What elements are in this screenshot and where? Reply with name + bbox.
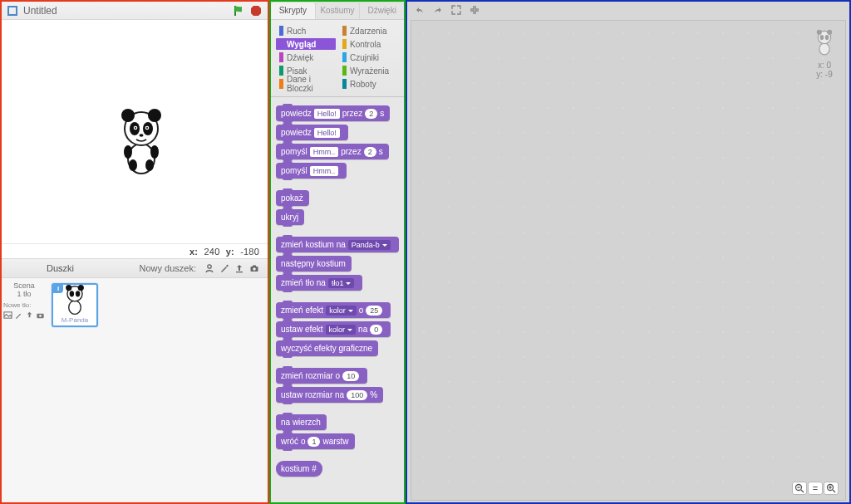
camera-sprite-icon[interactable] [248,262,261,275]
category-wyrażenia[interactable]: Wyrażenia [339,65,399,76]
block[interactable]: następny kostium [276,256,352,272]
tab-kostiumy[interactable]: Kostiumy [316,2,361,19]
block[interactable]: ustaw rozmiar na100% [276,387,383,403]
block[interactable]: wróć o1warstw [276,433,355,449]
block[interactable]: pomyślHmm..przez2s [276,144,389,159]
paint-sprite-icon[interactable] [218,262,231,275]
shrink-icon[interactable] [469,4,480,16]
script-area[interactable]: x: 0 y: -9 = [411,20,846,501]
dropdown-slot[interactable]: Panda-b [348,240,391,250]
fullscreen-icon[interactable] [7,5,18,17]
svg-line-39 [801,490,804,492]
tab-skrypty[interactable]: Skrypty [271,2,316,19]
block[interactable]: zmień tło natło1 [276,275,362,291]
block[interactable]: zmień rozmiar o10 [276,368,367,384]
backdrop-library-icon[interactable] [3,311,13,321]
number-input-slot[interactable]: 2 [365,109,377,119]
blocks-palette: powiedzHello!przez2spowiedzHello!pomyślH… [271,97,404,502]
sprite-library-icon[interactable] [203,262,216,275]
category-swatch [279,39,283,49]
camera-backdrop-icon[interactable] [35,311,45,321]
number-input-slot[interactable]: 1 [307,437,320,447]
block[interactable]: zmień efektkoloro25 [276,302,391,318]
upload-backdrop-icon[interactable] [25,311,35,321]
tab-dźwięki[interactable]: Dźwięki [360,2,404,19]
block[interactable]: wyczyść efekty graficzne [276,340,378,356]
svg-point-30 [70,291,74,296]
paint-backdrop-icon[interactable] [14,311,24,321]
category-kontrola[interactable]: Kontrola [339,38,399,50]
sprite-info-badge[interactable]: i [53,285,63,293]
number-input-slot[interactable]: 100 [347,390,367,400]
stage-canvas[interactable] [2,20,268,243]
category-wygląd[interactable]: Wygląd [276,38,336,50]
x-value: 240 [204,247,220,257]
number-input-slot[interactable]: 10 [342,371,359,381]
block[interactable]: kostium # [276,461,322,477]
text-input-slot[interactable]: Hello! [314,128,340,138]
block[interactable]: powiedzHello! [276,125,348,140]
svg-point-15 [124,145,132,159]
script-toolbar [407,2,849,18]
category-label: Dane i Bloczki [287,75,336,93]
block[interactable]: zmień kostium naPanda-b [276,237,399,252]
text-input-slot[interactable]: Hmm.. [310,166,339,176]
category-swatch [279,26,283,36]
script-sprite-thumb [814,29,835,59]
block[interactable]: na wierzch [276,414,327,430]
zoom-out-button[interactable] [792,482,807,495]
number-input-slot[interactable]: 2 [364,147,376,157]
block[interactable]: powiedzHello!przez2s [276,105,390,121]
sprite-thumb-panda[interactable]: i M-Panda [52,283,98,327]
info-y-value: -9 [825,70,833,79]
svg-point-35 [827,30,832,35]
dropdown-slot[interactable]: kolor [326,306,357,316]
sprite-panda[interactable] [116,107,166,182]
category-dźwięk[interactable]: Dźwięk [276,51,336,63]
undo-icon[interactable] [414,4,426,16]
category-roboty[interactable]: Roboty [339,78,399,90]
dropdown-slot[interactable]: kolor [326,325,357,335]
scene-label: Scena [3,281,45,290]
category-label: Ruch [287,27,306,36]
sprites-label: Duszki [47,263,74,273]
green-flag-icon[interactable] [233,4,246,17]
svg-point-6 [121,109,135,122]
svg-point-26 [69,301,81,314]
category-swatch [279,52,283,62]
svg-point-31 [76,291,80,296]
palette-tabs: SkryptyKostiumyDźwięki [271,2,404,20]
zoom-in-button[interactable] [824,482,839,495]
number-input-slot[interactable]: 25 [366,306,382,316]
redo-icon[interactable] [432,4,444,16]
block[interactable]: pomyślHmm.. [276,163,347,179]
text-input-slot[interactable]: Hmm.. [310,147,339,157]
stop-icon[interactable] [249,4,263,17]
category-czujniki[interactable]: Czujniki [339,51,399,63]
category-dane-i-bloczki[interactable]: Dane i Bloczki [276,78,336,90]
svg-point-22 [253,267,255,270]
category-label: Zdarzenia [350,27,386,36]
block[interactable]: ustaw efektkolorna0 [276,321,391,337]
category-ruch[interactable]: Ruch [276,25,336,37]
lower-pane: Scena 1 tło Nowe tło: i [2,278,268,502]
svg-point-3 [129,159,137,171]
expand-icon[interactable] [450,4,462,16]
script-panel: x: 0 y: -9 = [406,0,851,504]
svg-point-36 [820,35,824,40]
text-input-slot[interactable]: Hello! [314,109,340,119]
new-sprite-label: Nowy duszek: [140,263,196,273]
block[interactable]: pokaż [276,190,309,206]
y-label: y: [226,247,234,257]
stage-panel: Untitled [0,0,269,504]
dropdown-slot[interactable]: tło1 [328,278,355,288]
scene-sub: 1 tło [3,290,45,298]
category-label: Wyrażenia [350,66,389,76]
block-categories: RuchZdarzeniaWyglądKontrolaDźwiękCzujnik… [271,20,404,97]
zoom-reset-button[interactable]: = [808,482,823,495]
number-input-slot[interactable]: 0 [370,325,382,335]
y-value: -180 [240,247,259,257]
upload-sprite-icon[interactable] [233,262,246,275]
block[interactable]: ukryj [276,209,304,225]
category-zdarzenia[interactable]: Zdarzenia [339,25,399,37]
